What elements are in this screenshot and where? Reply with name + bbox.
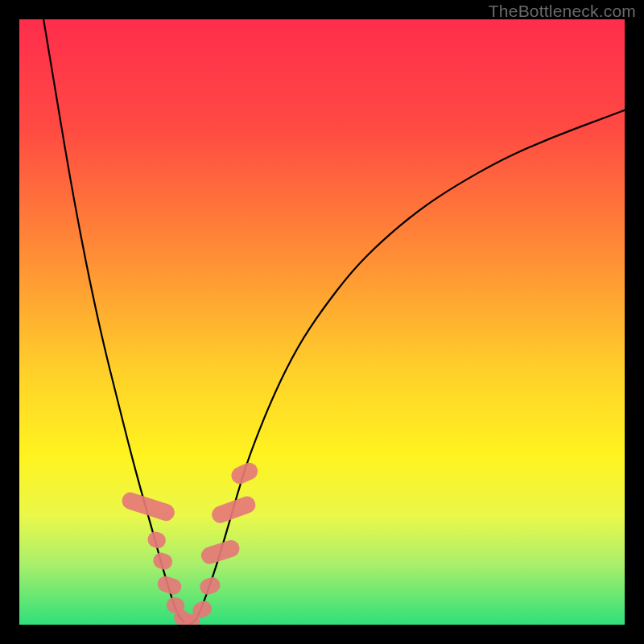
chart-frame: TheBottleneck.com bbox=[0, 0, 644, 644]
watermark-label: TheBottleneck.com bbox=[489, 2, 636, 21]
gradient-background bbox=[19, 19, 625, 625]
plot-area bbox=[19, 19, 625, 625]
chart-svg bbox=[19, 19, 625, 625]
